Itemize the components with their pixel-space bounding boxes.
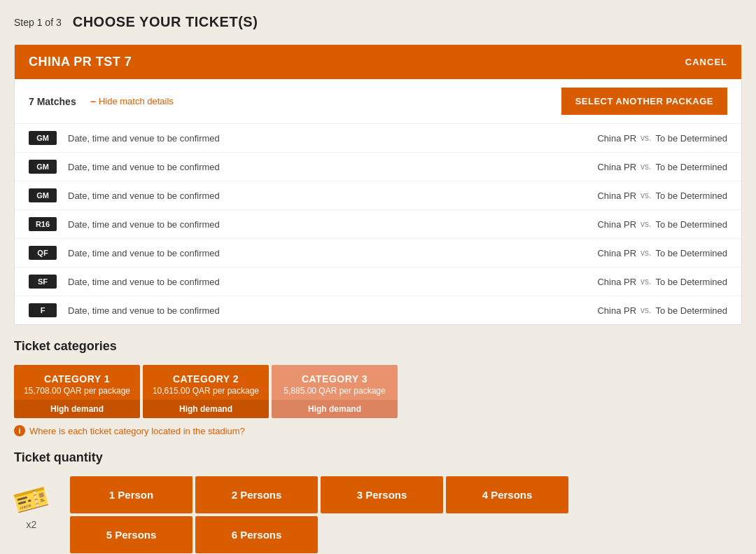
- match-teams: China PR vs. To be Determined: [597, 162, 727, 172]
- match-date: Date, time and venue to be confirmed: [68, 305, 586, 316]
- match-team1: China PR: [597, 277, 636, 287]
- step-label: Step 1 of 3: [14, 17, 62, 28]
- match-vs: vs.: [640, 248, 651, 258]
- hide-details-link[interactable]: − Hide match details: [90, 96, 174, 107]
- match-badge: QF: [29, 246, 57, 260]
- match-row: QF Date, time and venue to be confirmed …: [15, 239, 741, 268]
- quantity-grid: 1 Person2 Persons3 Persons4 Persons5 Per…: [70, 476, 742, 554]
- matches-count: 7 Matches: [29, 96, 76, 107]
- cancel-button[interactable]: CANCEL: [685, 57, 727, 67]
- match-row: SF Date, time and venue to be confirmed …: [15, 268, 741, 296]
- minus-icon: −: [90, 96, 96, 107]
- match-team2: To be Determined: [655, 219, 727, 230]
- category-top-3: CATEGORY 3 5,885.00 QAR per package: [272, 365, 398, 400]
- ticket-x2-label: x2: [27, 519, 37, 530]
- match-date: Date, time and venue to be confirmed: [68, 219, 586, 230]
- category-demand-1: High demand: [14, 400, 140, 418]
- quantity-button-6[interactable]: 6 Persons: [195, 516, 318, 553]
- match-team2: To be Determined: [655, 305, 727, 316]
- stadium-info-text: Where is each ticket category located in…: [29, 426, 245, 436]
- package-header: CHINA PR TST 7 CANCEL: [15, 45, 741, 79]
- ticket-icon: 🎫 x2: [14, 483, 49, 530]
- match-teams: China PR vs. To be Determined: [597, 305, 727, 316]
- match-team2: To be Determined: [655, 248, 727, 258]
- quantity-button-3[interactable]: 3 Persons: [321, 476, 443, 513]
- match-date: Date, time and venue to be confirmed: [68, 248, 586, 258]
- matches-info: 7 Matches − Hide match details: [29, 96, 174, 107]
- categories-grid: CATEGORY 1 15,708.00 QAR per package Hig…: [14, 365, 742, 418]
- match-date: Date, time and venue to be confirmed: [68, 133, 586, 144]
- match-team2: To be Determined: [655, 133, 727, 144]
- package-card: CHINA PR TST 7 CANCEL 7 Matches − Hide m…: [14, 44, 742, 325]
- step-title: CHOOSE YOUR TICKET(S): [73, 14, 258, 30]
- quantity-content: 🎫 x2 1 Person2 Persons3 Persons4 Persons…: [14, 476, 742, 554]
- match-badge: GM: [29, 188, 57, 202]
- match-row: F Date, time and venue to be confirmed C…: [15, 296, 741, 324]
- match-team1: China PR: [597, 248, 636, 258]
- category-top-2: CATEGORY 2 10,615.00 QAR per package: [143, 365, 269, 400]
- package-meta: 7 Matches − Hide match details SELECT AN…: [15, 79, 741, 124]
- category-price-2: 10,615.00 QAR per package: [150, 386, 262, 396]
- match-vs: vs.: [640, 305, 651, 315]
- match-row: R16 Date, time and venue to be confirmed…: [15, 210, 741, 239]
- match-team1: China PR: [597, 219, 636, 230]
- category-demand-2: High demand: [143, 400, 269, 418]
- match-vs: vs.: [640, 219, 651, 229]
- quantity-row: 1 Person2 Persons3 Persons4 Persons: [70, 476, 742, 513]
- hide-details-label: Hide match details: [99, 96, 174, 106]
- category-demand-3: High demand: [272, 400, 398, 418]
- ticket-visual-icon: 🎫: [10, 479, 52, 520]
- match-vs: vs.: [640, 162, 651, 172]
- match-date: Date, time and venue to be confirmed: [68, 277, 586, 287]
- match-team2: To be Determined: [655, 162, 727, 172]
- ticket-categories-section: Ticket categories CATEGORY 1 15,708.00 Q…: [14, 339, 742, 436]
- match-teams: China PR vs. To be Determined: [597, 277, 727, 287]
- quantity-button-4[interactable]: 4 Persons: [446, 476, 568, 513]
- category-name-1: CATEGORY 1: [21, 373, 133, 385]
- match-row: GM Date, time and venue to be confirmed …: [15, 181, 741, 210]
- select-another-package-button[interactable]: SELECT ANOTHER PACKAGE: [561, 88, 727, 115]
- match-vs: vs.: [640, 133, 651, 143]
- match-teams: China PR vs. To be Determined: [597, 133, 727, 144]
- category-button-1[interactable]: CATEGORY 1 15,708.00 QAR per package Hig…: [14, 365, 140, 418]
- match-teams: China PR vs. To be Determined: [597, 191, 727, 201]
- category-button-2[interactable]: CATEGORY 2 10,615.00 QAR per package Hig…: [143, 365, 269, 418]
- category-button-3[interactable]: CATEGORY 3 5,885.00 QAR per package High…: [272, 365, 398, 418]
- quantity-button-1[interactable]: 1 Person: [70, 476, 192, 513]
- match-team2: To be Determined: [655, 277, 727, 287]
- match-teams: China PR vs. To be Determined: [597, 219, 727, 230]
- match-team1: China PR: [597, 191, 636, 201]
- match-badge: GM: [29, 131, 57, 145]
- match-team1: China PR: [597, 133, 636, 144]
- category-name-2: CATEGORY 2: [150, 373, 262, 385]
- quantity-button-2[interactable]: 2 Persons: [195, 476, 318, 513]
- match-row: GM Date, time and venue to be confirmed …: [15, 124, 741, 153]
- match-row: GM Date, time and venue to be confirmed …: [15, 153, 741, 181]
- match-list: GM Date, time and venue to be confirmed …: [15, 124, 741, 324]
- category-top-1: CATEGORY 1 15,708.00 QAR per package: [14, 365, 140, 400]
- category-price-1: 15,708.00 QAR per package: [21, 386, 133, 396]
- category-price-3: 5,885.00 QAR per package: [279, 386, 391, 396]
- category-name-3: CATEGORY 3: [279, 373, 391, 385]
- match-teams: China PR vs. To be Determined: [597, 248, 727, 258]
- stadium-info[interactable]: i Where is each ticket category located …: [14, 425, 742, 436]
- match-badge: F: [29, 303, 57, 317]
- ticket-quantity-section: Ticket quantity 🎫 x2 1 Person2 Persons3 …: [14, 450, 742, 554]
- ticket-quantity-title: Ticket quantity: [14, 450, 742, 465]
- info-icon: i: [14, 425, 25, 436]
- match-team1: China PR: [597, 305, 636, 316]
- package-title: CHINA PR TST 7: [29, 55, 132, 69]
- match-vs: vs.: [640, 277, 651, 286]
- match-badge: R16: [29, 217, 57, 231]
- step-header: Step 1 of 3 CHOOSE YOUR TICKET(S): [14, 14, 742, 30]
- quantity-row: 5 Persons6 Persons: [70, 516, 742, 553]
- match-badge: SF: [29, 275, 57, 289]
- match-date: Date, time and venue to be confirmed: [68, 191, 586, 201]
- match-team2: To be Determined: [655, 191, 727, 201]
- match-badge: GM: [29, 160, 57, 174]
- match-date: Date, time and venue to be confirmed: [68, 162, 586, 172]
- quantity-button-5[interactable]: 5 Persons: [70, 516, 192, 553]
- ticket-categories-title: Ticket categories: [14, 339, 742, 354]
- match-vs: vs.: [640, 191, 651, 200]
- match-team1: China PR: [597, 162, 636, 172]
